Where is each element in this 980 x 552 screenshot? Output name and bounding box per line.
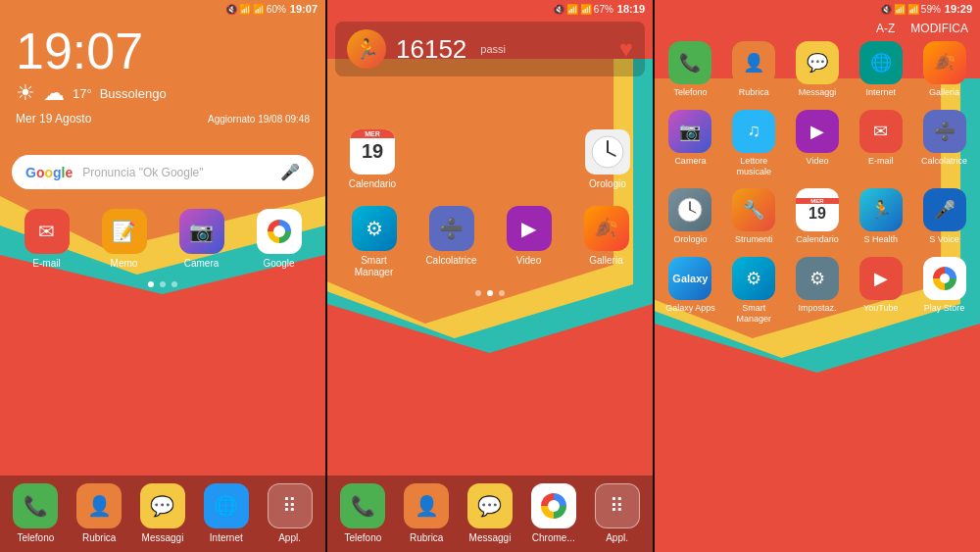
fitness-badge-icon: 🏃 <box>347 29 386 69</box>
list-item[interactable]: ▶ Video <box>500 206 559 278</box>
galleria-icon[interactable]: 🍂 <box>923 41 966 84</box>
list-item[interactable]: 💬 Messaggi <box>461 483 519 544</box>
video-icon[interactable]: ▶ <box>796 110 839 153</box>
tools-icon[interactable]: 🔧 <box>732 188 775 231</box>
settings-icon[interactable]: ⚙ <box>796 257 839 300</box>
clock-display: 19:07 <box>0 18 325 76</box>
messaggi-icon[interactable]: 💬 <box>796 41 839 84</box>
status-bar-p2: 🔇 📶 📶 67% 18:19 <box>327 0 653 18</box>
list-item[interactable]: ⠿ Appl. <box>261 483 319 544</box>
google-search-bar[interactable]: Google Pronuncia "Ok Google" 🎤 <box>12 155 314 189</box>
phone-icon[interactable]: 📞 <box>13 483 58 528</box>
list-item[interactable]: 🍂 Galleria <box>914 41 975 98</box>
youtube-icon[interactable]: ▶ <box>859 257 903 300</box>
email-icon[interactable]: ✉ <box>859 110 903 153</box>
shealth-icon[interactable]: 🏃 <box>859 188 903 231</box>
list-item[interactable]: ➗ Calcolatrice <box>422 206 481 278</box>
list-item[interactable]: ▶ Video <box>787 110 848 177</box>
list-item[interactable]: ⚙ Smart Manager <box>345 206 404 278</box>
list-item[interactable]: 🌐 Internet <box>851 41 911 98</box>
list-item[interactable]: 📞 Telefono <box>333 483 392 544</box>
list-item[interactable]: ⚙ Smart Manager <box>723 257 784 325</box>
telefono-icon[interactable]: 📞 <box>668 41 711 84</box>
play-store-icon[interactable] <box>923 257 966 300</box>
list-item[interactable]: 🌐 Internet <box>197 483 256 544</box>
galaxy-apps-icon[interactable]: Galaxy <box>668 257 711 300</box>
google-app-icon[interactable] <box>257 209 302 254</box>
rubrica-icon[interactable]: 👤 <box>732 41 775 84</box>
orologio-icon[interactable] <box>668 188 711 231</box>
smart-manager-icon[interactable]: ⚙ <box>352 206 397 251</box>
list-item[interactable]: 💬 Messaggi <box>787 41 848 98</box>
list-item[interactable]: 👤 Rubrica <box>397 483 456 544</box>
az-button[interactable]: A-Z <box>876 22 895 35</box>
list-item[interactable]: ♫ Lettore musicale <box>723 110 784 177</box>
email-icon[interactable]: ✉ <box>24 209 70 254</box>
camera-icon[interactable]: 📷 <box>179 209 224 254</box>
list-item[interactable]: 🏃 S Health <box>851 188 911 245</box>
camera-icon[interactable]: 📷 <box>668 110 711 153</box>
list-item[interactable]: ✉ E-mail <box>18 209 76 270</box>
list-item[interactable]: Google <box>250 209 309 270</box>
clock-icon[interactable] <box>585 129 630 175</box>
list-item[interactable]: 📷 Camera <box>660 110 720 177</box>
dock-p1: 📞 Telefono 👤 Rubrica 💬 Messaggi 🌐 Intern… <box>0 476 325 552</box>
list-item[interactable]: 📞 Telefono <box>6 483 65 544</box>
calendario-icon[interactable]: MER 19 <box>796 188 839 231</box>
list-item[interactable]: Orologio <box>660 188 720 245</box>
list-item[interactable]: 📞 Telefono <box>660 41 720 98</box>
chrome-icon[interactable] <box>531 483 576 528</box>
music-icon[interactable]: ♫ <box>732 110 775 153</box>
updated-text: Aggiornato 19/08 09:48 <box>208 114 310 125</box>
phone-icon[interactable]: 📞 <box>340 483 385 528</box>
list-item[interactable]: MER 19 Calendario <box>343 129 402 190</box>
list-item[interactable]: 💬 Messaggi <box>133 483 192 544</box>
messages-icon[interactable]: 💬 <box>140 483 185 528</box>
smart-manager-icon[interactable]: ⚙ <box>732 257 775 300</box>
internet-icon[interactable]: 🌐 <box>204 483 249 528</box>
contacts-icon[interactable]: 👤 <box>404 483 449 528</box>
list-item[interactable]: Galaxy Galaxy Apps <box>660 257 720 325</box>
app-label: Smart Manager <box>345 255 404 278</box>
memo-icon[interactable]: 📝 <box>102 209 147 254</box>
svoice-icon[interactable]: 🎤 <box>923 188 966 231</box>
list-item[interactable]: 📝 Memo <box>95 209 154 270</box>
app-row-1: MER 19 Calendario Orologio <box>327 80 653 198</box>
google-hint[interactable]: Pronuncia "Ok Google" <box>82 166 270 179</box>
apps-icon[interactable]: ⠿ <box>595 483 640 528</box>
internet-icon[interactable]: 🌐 <box>859 41 903 84</box>
contacts-icon[interactable]: 👤 <box>76 483 122 528</box>
status-bar-p1: 🔇 📶 📶 60% 19:07 <box>0 0 325 18</box>
calendar-icon[interactable]: MER 19 <box>350 129 395 175</box>
temperature: 17° <box>73 86 92 101</box>
list-item[interactable]: 🍂 Galleria <box>577 206 636 278</box>
list-item[interactable]: 👤 Rubrica <box>70 483 128 544</box>
calc-icon[interactable]: ➗ <box>923 110 966 153</box>
gallery-icon[interactable]: 🍂 <box>584 206 629 251</box>
fitness-widget[interactable]: 🏃 16152 passi ♥ <box>335 22 645 76</box>
calculator-icon[interactable]: ➗ <box>429 206 474 251</box>
mic-icon[interactable]: 🎤 <box>280 163 300 181</box>
list-item[interactable]: ➗ Calcolatrice <box>914 110 975 177</box>
list-item[interactable]: Play Store <box>914 257 975 325</box>
messages-icon[interactable]: 💬 <box>467 483 513 528</box>
list-item[interactable]: 📷 Camera <box>172 209 231 270</box>
list-item[interactable]: Orologio <box>578 129 637 190</box>
panel-lockscreen: 🔇 📶 📶 60% 19:07 19:07 ☀ ☁ 17° Bussolengo… <box>0 0 325 552</box>
dot-3 <box>499 290 505 296</box>
list-item[interactable]: MER 19 Calendario <box>787 188 848 245</box>
list-item[interactable]: ⚙ Impostaz. <box>787 257 848 325</box>
app-label: S Health <box>864 234 899 245</box>
list-item[interactable]: 🔧 Strumenti <box>723 188 784 245</box>
list-item[interactable]: ⠿ Appl. <box>588 483 647 544</box>
app-label: Appl. <box>606 532 628 544</box>
modifica-button[interactable]: MODIFICA <box>910 22 968 35</box>
list-item[interactable]: Chrome... <box>524 483 583 544</box>
list-item[interactable]: ▶ YouTube <box>851 257 911 325</box>
list-item[interactable]: ✉ E-mail <box>851 110 911 177</box>
video-icon[interactable]: ▶ <box>507 206 552 251</box>
list-item[interactable]: 👤 Rubrica <box>723 41 784 98</box>
panel-app-drawer: 🔇 📶 📶 59% 19:29 A-Z MODIFICA 📞 Telefono … <box>653 0 980 552</box>
apps-icon[interactable]: ⠿ <box>268 483 313 528</box>
list-item[interactable]: 🎤 S Voice <box>914 188 975 245</box>
